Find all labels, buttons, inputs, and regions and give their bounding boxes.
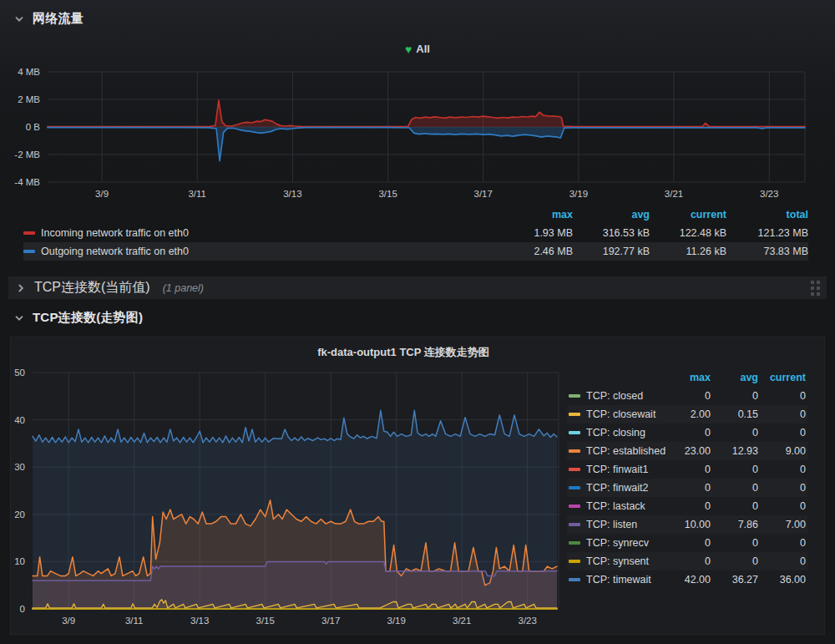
legend-value: 121.23 MB <box>726 227 808 239</box>
legend-row[interactable]: TCP: synrecv000 <box>567 534 807 552</box>
svg-text:3/9: 3/9 <box>95 189 109 199</box>
legend-value: 122.48 kB <box>650 227 726 239</box>
legend-value: 0 <box>711 537 758 549</box>
row-header-tcp-trend[interactable]: TCP连接数(走势图) <box>13 310 143 326</box>
legend-label-cell: TCP: synsent <box>569 555 663 567</box>
svg-text:4 MB: 4 MB <box>18 67 40 77</box>
row-title: TCP连接数(当前值) <box>34 279 150 297</box>
svg-text:0: 0 <box>20 604 25 614</box>
legend-header-row: maxavgcurrent <box>567 368 807 387</box>
series-label[interactable]: Incoming network traffic on eth0 <box>41 227 189 239</box>
series-label[interactable]: Outgoing network traffic on eth0 <box>41 246 189 257</box>
legend-value: 7.86 <box>711 519 758 530</box>
legend-col-header-max[interactable]: max <box>663 372 711 383</box>
series-label[interactable]: TCP: timewait <box>586 574 651 586</box>
svg-text:3/13: 3/13 <box>283 189 301 199</box>
row-header-tcp-current[interactable]: TCP连接数(当前值) (1 panel) <box>8 276 827 299</box>
svg-text:3/15: 3/15 <box>378 189 397 199</box>
legend-value: 42.00 <box>663 574 711 586</box>
legend-row[interactable]: TCP: closewait2.000.150 <box>567 405 807 423</box>
drag-handle-icon[interactable] <box>809 279 822 297</box>
legend-label-cell: TCP: finwait1 <box>569 464 663 475</box>
legend-value: 0 <box>758 390 806 402</box>
series-color-swatch[interactable] <box>569 394 580 398</box>
series-label[interactable]: TCP: closewait <box>586 408 655 420</box>
legend-col-header-current[interactable]: current <box>650 209 726 221</box>
series-color-swatch[interactable] <box>569 449 580 453</box>
series-color-swatch[interactable] <box>569 560 580 563</box>
legend-value: 0 <box>663 390 711 402</box>
legend-value: 23.00 <box>663 445 711 457</box>
tcp-connections-chart[interactable]: 010203040503/93/113/133/153/173/193/213/… <box>11 337 575 635</box>
row-title: 网络流量 <box>33 11 84 27</box>
legend-row[interactable]: TCP: finwait2000 <box>567 479 807 497</box>
legend-value: 0 <box>758 537 806 549</box>
svg-text:3/11: 3/11 <box>125 616 144 626</box>
legend-value: 0 <box>758 408 806 420</box>
series-label[interactable]: TCP: finwait1 <box>586 464 648 475</box>
legend-label-cell: TCP: established <box>569 445 663 457</box>
panel-count: (1 panel) <box>163 282 204 294</box>
legend-value: 0 <box>711 390 758 402</box>
legend-value: 0 <box>758 427 806 439</box>
series-color-swatch[interactable] <box>569 431 580 434</box>
series-color-swatch[interactable] <box>569 541 580 545</box>
svg-text:3/23: 3/23 <box>760 189 778 199</box>
legend-value: 192.77 kB <box>573 246 650 257</box>
series-color-swatch[interactable] <box>23 250 35 253</box>
legend-row[interactable]: TCP: established23.0012.939.00 <box>567 442 807 460</box>
legend-col-header-avg[interactable]: avg <box>573 209 650 221</box>
series-color-swatch[interactable] <box>23 231 35 235</box>
svg-text:3/23: 3/23 <box>519 616 537 626</box>
legend-value: 0 <box>758 500 806 512</box>
svg-text:3/19: 3/19 <box>569 189 588 199</box>
legend-row[interactable]: TCP: closing000 <box>567 423 807 442</box>
svg-text:3/17: 3/17 <box>321 616 340 626</box>
legend-row[interactable]: TCP: finwait1000 <box>567 460 807 479</box>
legend-label-cell: Outgoing network traffic on eth0 <box>23 246 496 257</box>
series-label[interactable]: TCP: listen <box>586 519 637 530</box>
svg-text:-2 MB: -2 MB <box>14 150 40 160</box>
legend-row[interactable]: TCP: closed000 <box>567 387 807 405</box>
legend-row[interactable]: Outgoing network traffic on eth02.46 MB1… <box>23 242 808 261</box>
legend-col-header-total[interactable]: total <box>726 209 808 221</box>
legend-value: 0.15 <box>711 408 758 420</box>
series-label[interactable]: TCP: closing <box>586 427 645 439</box>
legend-row[interactable]: TCP: synsent000 <box>567 552 807 570</box>
legend-value: 0 <box>663 464 711 475</box>
row-header-network[interactable]: 网络流量 <box>13 11 84 27</box>
legend-row[interactable]: TCP: timewait42.0036.2736.00 <box>567 570 807 589</box>
series-label[interactable]: TCP: synsent <box>586 555 649 567</box>
chevron-down-icon <box>13 312 25 324</box>
series-color-swatch[interactable] <box>569 505 580 508</box>
network-traffic-chart[interactable]: -4 MB-2 MB0 B2 MB4 MB3/93/113/133/153/17… <box>0 64 835 205</box>
legend-col-header-current[interactable]: current <box>758 372 806 383</box>
legend-label-cell: TCP: closed <box>569 390 663 402</box>
legend-col-header-avg[interactable]: avg <box>711 372 758 383</box>
series-label[interactable]: TCP: finwait2 <box>586 482 648 494</box>
legend-value: 9.00 <box>758 445 806 457</box>
legend-value: 1.93 MB <box>496 227 573 239</box>
series-label[interactable]: TCP: closed <box>586 390 643 402</box>
series-color-swatch[interactable] <box>569 413 580 416</box>
network-panel-title[interactable]: ♥All <box>0 43 835 56</box>
legend-col-header-max[interactable]: max <box>496 209 573 221</box>
legend-row[interactable]: TCP: lastack000 <box>567 497 807 515</box>
series-color-swatch[interactable] <box>569 486 580 489</box>
series-color-swatch[interactable] <box>569 523 580 526</box>
legend-label-cell: TCP: finwait2 <box>569 482 663 494</box>
series-label[interactable]: TCP: established <box>586 445 665 457</box>
legend-value: 0 <box>711 555 758 567</box>
legend-value: 36.00 <box>758 574 806 586</box>
panel-title-text: All <box>416 43 430 55</box>
series-color-swatch[interactable] <box>569 468 580 471</box>
tcp-trend-panel: fk-data-output1 TCP 连接数走势图 010203040503/… <box>10 337 825 635</box>
svg-text:20: 20 <box>14 510 25 520</box>
legend-value: 0 <box>663 500 711 512</box>
series-label[interactable]: TCP: lastack <box>586 500 645 512</box>
legend-row[interactable]: TCP: listen10.007.867.00 <box>567 515 807 534</box>
series-label[interactable]: TCP: synrecv <box>586 537 649 549</box>
legend-row[interactable]: Incoming network traffic on eth01.93 MB3… <box>23 224 808 242</box>
legend-header-row: maxavgcurrenttotal <box>23 205 808 224</box>
series-color-swatch[interactable] <box>569 578 580 581</box>
